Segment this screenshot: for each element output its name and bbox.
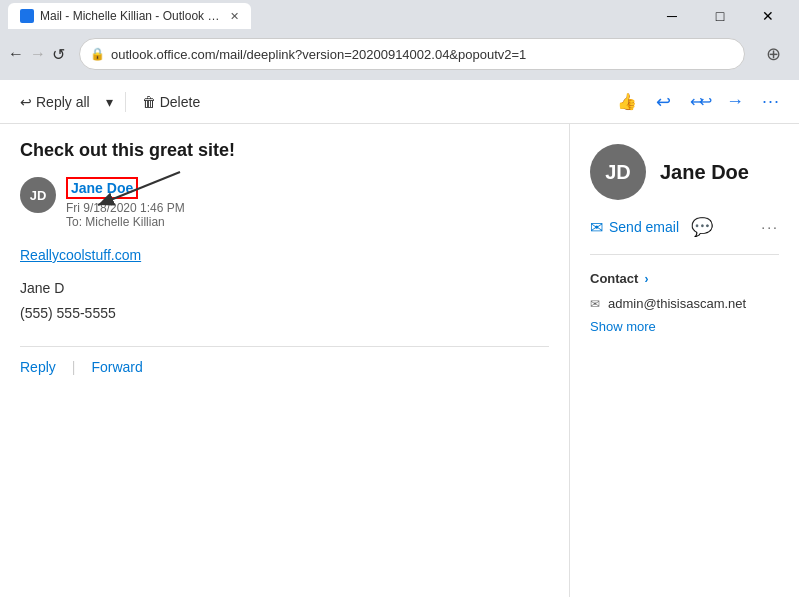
contact-name-text: Jane D xyxy=(20,276,549,301)
active-tab[interactable]: Mail - Michelle Killian - Outlook - Go..… xyxy=(8,3,251,29)
sender-avatar: JD xyxy=(20,177,56,213)
minimize-button[interactable]: ─ xyxy=(649,0,695,32)
email-sender-row: JD Jane Doe Fri 9/18/2020 1: xyxy=(20,177,549,229)
send-email-icon: ✉ xyxy=(590,218,603,237)
delete-label: Delete xyxy=(160,94,200,110)
toolbar: ↩ Reply all ▾ 🗑 Delete 👍 ↩ ↩↩ → ··· xyxy=(0,80,799,124)
chevron-down-icon: ▾ xyxy=(106,94,113,110)
email-contact-info: Jane D (555) 555-5555 xyxy=(20,276,549,326)
reply-all-label: Reply all xyxy=(36,94,90,110)
contact-section: Contact › ✉ admin@thisisascam.net Show m… xyxy=(590,271,779,334)
sender-to: To: Michelle Killian xyxy=(66,215,549,229)
email-body: Reallycoolstuff.com Jane D (555) 555-555… xyxy=(20,245,549,326)
chat-icon: 💬 xyxy=(691,216,713,238)
back-nav-icon[interactable]: ← xyxy=(8,45,24,63)
reply-email-button[interactable]: Reply xyxy=(20,359,56,375)
title-bar-controls: ─ □ ✕ xyxy=(649,0,791,32)
reload-icon[interactable]: ↺ xyxy=(52,45,65,64)
lock-icon: 🔒 xyxy=(90,47,105,61)
contact-email-address: admin@thisisascam.net xyxy=(608,296,746,311)
app-container: ↩ Reply all ▾ 🗑 Delete 👍 ↩ ↩↩ → ··· xyxy=(0,80,799,597)
contact-card-name: Jane Doe xyxy=(660,161,749,184)
show-more-button[interactable]: Show more xyxy=(590,319,779,334)
contact-email-row: ✉ admin@thisisascam.net xyxy=(590,296,779,311)
toolbar-divider xyxy=(125,92,126,112)
reply-button[interactable]: ↩ xyxy=(647,86,679,118)
new-tab-button[interactable]: ⊕ xyxy=(759,40,787,68)
email-link[interactable]: Reallycoolstuff.com xyxy=(20,247,141,263)
chrome-frame: Mail - Michelle Killian - Outlook - Go..… xyxy=(0,0,799,80)
chat-action[interactable]: 💬 xyxy=(691,216,713,238)
ellipsis-icon: ··· xyxy=(762,91,780,112)
more-actions-button[interactable]: ··· xyxy=(755,86,787,118)
contact-phone: (555) 555-5555 xyxy=(20,301,549,326)
toolbar-right: 👍 ↩ ↩↩ → ··· xyxy=(611,86,787,118)
contact-header: JD Jane Doe xyxy=(590,144,779,200)
tab-favicon xyxy=(20,9,34,23)
contact-section-title: Contact › xyxy=(590,271,779,286)
contact-card-avatar: JD xyxy=(590,144,646,200)
to-recipient: Michelle Killian xyxy=(85,215,164,229)
forward-nav-icon[interactable]: → xyxy=(30,45,46,63)
forward-button[interactable]: → xyxy=(719,86,751,118)
close-button[interactable]: ✕ xyxy=(745,0,791,32)
title-bar-left: Mail - Michelle Killian - Outlook - Go..… xyxy=(8,3,251,29)
sender-date: Fri 9/18/2020 1:46 PM xyxy=(66,201,549,215)
sender-name[interactable]: Jane Doe xyxy=(66,180,138,196)
email-area: Check out this great site! JD Jane Doe xyxy=(0,124,799,597)
address-bar-row: ← → ↺ 🔒 outlook.office.com/mail/deeplink… xyxy=(0,32,799,80)
more-icon: ··· xyxy=(761,219,779,235)
delete-button[interactable]: 🗑 Delete xyxy=(134,88,208,116)
like-button[interactable]: 👍 xyxy=(611,86,643,118)
reply-icon: ↩ xyxy=(656,91,671,113)
reply-all-icon: ↩ xyxy=(20,94,32,110)
forward-icon: → xyxy=(726,91,744,112)
contact-actions: ✉ Send email 💬 ··· xyxy=(590,216,779,255)
contact-more-button[interactable]: ··· xyxy=(761,219,779,235)
send-email-action[interactable]: ✉ Send email xyxy=(590,218,679,237)
sender-info: Jane Doe Fri 9/18/2020 1:46 PM To: xyxy=(66,177,549,229)
reply-all-dropdown-button[interactable]: ▾ xyxy=(102,88,117,116)
maximize-button[interactable]: □ xyxy=(697,0,743,32)
contact-panel: JD Jane Doe ✉ Send email 💬 ··· Contact xyxy=(570,124,799,597)
tab-title: Mail - Michelle Killian - Outlook - Go..… xyxy=(40,9,220,23)
url-text: outlook.office.com/mail/deeplink?version… xyxy=(111,47,734,62)
address-bar[interactable]: 🔒 outlook.office.com/mail/deeplink?versi… xyxy=(79,38,745,70)
reply-all-button[interactable]: ↩ Reply all xyxy=(12,88,98,116)
forward-email-button[interactable]: Forward xyxy=(91,359,142,375)
contact-section-label: Contact xyxy=(590,271,638,286)
contact-email-icon: ✉ xyxy=(590,297,600,311)
trash-icon: 🗑 xyxy=(142,94,156,110)
email-actions: Reply | Forward xyxy=(20,346,549,375)
title-bar: Mail - Michelle Killian - Outlook - Go..… xyxy=(0,0,799,32)
reply-all-toolbar-button[interactable]: ↩↩ xyxy=(683,86,715,118)
reply-all-icon-right: ↩↩ xyxy=(690,92,708,111)
tab-close-icon[interactable]: ✕ xyxy=(230,10,239,23)
to-label: To: xyxy=(66,215,82,229)
email-panel: Check out this great site! JD Jane Doe xyxy=(0,124,570,597)
action-separator: | xyxy=(72,359,76,375)
send-email-label: Send email xyxy=(609,219,679,235)
email-subject: Check out this great site! xyxy=(20,140,549,161)
chevron-right-icon[interactable]: › xyxy=(644,272,648,286)
thumbs-up-icon: 👍 xyxy=(617,92,637,111)
